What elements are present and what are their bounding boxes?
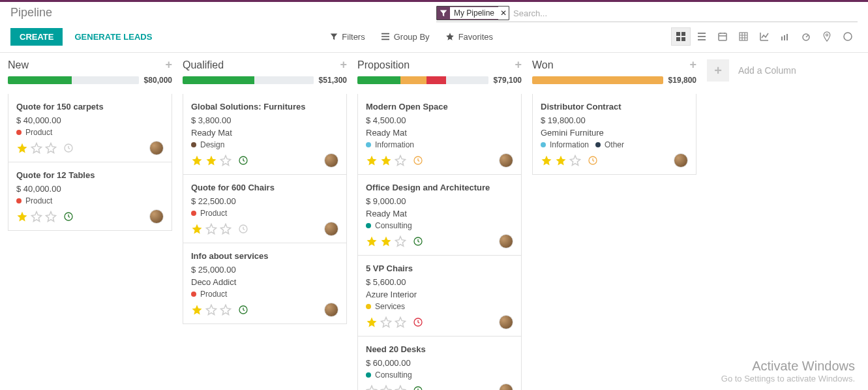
progress-segment[interactable] [254, 76, 313, 84]
view-dashboard[interactable] [796, 27, 816, 46]
search-input[interactable] [513, 8, 858, 18]
priority-star[interactable] [541, 155, 552, 166]
kanban-card[interactable]: Info about services $ 25,000.00 Deco Add… [183, 243, 347, 324]
kanban-card[interactable]: Need 20 Desks $ 60,000.00 Consulting [357, 337, 522, 390]
priority-star[interactable] [395, 235, 406, 247]
kanban-card[interactable]: Global Solutions: Furnitures $ 3,800.00 … [183, 94, 347, 175]
search-bar[interactable]: My Pipeline ✕ [436, 6, 858, 22]
activity-clock-icon[interactable] [238, 224, 248, 234]
activity-clock-icon[interactable] [413, 317, 423, 327]
column-progress[interactable] [183, 76, 314, 84]
generate-leads-button[interactable]: GENERATE LEADS [74, 32, 152, 42]
kanban-card[interactable]: Quote for 600 Chairs $ 22,500.00 Product [183, 175, 347, 243]
column-quick-create[interactable]: + [165, 58, 172, 72]
filters-menu[interactable]: Filters [330, 32, 365, 42]
priority-star[interactable] [16, 142, 28, 154]
search-facet-remove[interactable]: ✕ [498, 7, 509, 20]
column-quick-create[interactable]: + [689, 58, 696, 72]
priority-star[interactable] [45, 142, 57, 154]
priority-star[interactable] [205, 304, 217, 316]
column-title[interactable]: New [8, 59, 29, 71]
kanban-card[interactable]: Distributor Contract $ 19,800.00 Gemini … [532, 94, 696, 175]
salesperson-avatar[interactable] [499, 315, 513, 329]
priority-star[interactable] [205, 155, 217, 166]
progress-segment[interactable] [183, 76, 254, 84]
priority-star[interactable] [380, 316, 392, 328]
activity-clock-icon[interactable] [238, 155, 248, 166]
priority-star[interactable] [16, 211, 28, 222]
priority-star[interactable] [220, 304, 232, 316]
salesperson-avatar[interactable] [324, 222, 338, 236]
priority-star[interactable] [366, 155, 378, 166]
kanban-card[interactable]: Office Design and Architecture $ 9,000.0… [357, 175, 522, 256]
salesperson-avatar[interactable] [674, 153, 688, 168]
view-calendar[interactable] [713, 27, 732, 46]
priority-star[interactable] [380, 385, 392, 390]
priority-star[interactable] [191, 155, 203, 166]
progress-segment[interactable] [8, 76, 72, 84]
priority-star[interactable] [555, 155, 567, 166]
progress-segment[interactable] [532, 76, 663, 84]
activity-clock-icon[interactable] [588, 155, 598, 166]
activity-clock-icon[interactable] [238, 305, 248, 315]
create-button[interactable]: CREATE [10, 28, 63, 46]
column-progress[interactable] [357, 76, 488, 84]
priority-star[interactable] [380, 155, 392, 166]
add-column-button[interactable]: + [707, 59, 729, 82]
priority-star[interactable] [366, 385, 378, 390]
priority-star[interactable] [569, 155, 581, 166]
groupby-menu[interactable]: Group By [381, 32, 430, 42]
progress-segment[interactable] [400, 76, 427, 84]
salesperson-avatar[interactable] [499, 153, 513, 168]
salesperson-avatar[interactable] [324, 153, 338, 168]
priority-star[interactable] [395, 316, 406, 328]
priority-star[interactable] [220, 223, 232, 235]
progress-segment[interactable] [72, 76, 138, 84]
activity-clock-icon[interactable] [413, 385, 423, 390]
progress-segment[interactable] [446, 76, 488, 84]
activity-clock-icon[interactable] [413, 236, 423, 247]
column-quick-create[interactable]: + [340, 58, 347, 72]
view-activity[interactable] [838, 27, 858, 46]
column-title[interactable]: Proposition [357, 59, 410, 71]
column-progress[interactable] [8, 76, 139, 84]
salesperson-avatar[interactable] [499, 383, 513, 390]
kanban-card[interactable]: Modern Open Space $ 4,500.00 Ready Mat I… [357, 94, 522, 175]
activity-clock-icon[interactable] [413, 155, 423, 166]
activity-clock-icon[interactable] [63, 211, 74, 222]
column-title[interactable]: Qualified [183, 59, 224, 71]
priority-star[interactable] [380, 235, 392, 247]
add-column-label[interactable]: Add a Column [738, 65, 796, 76]
view-kanban[interactable] [671, 27, 691, 46]
kanban-card[interactable]: Quote for 12 Tables $ 40,000.00 Product [8, 162, 172, 231]
priority-star[interactable] [31, 142, 42, 154]
column-progress[interactable] [532, 76, 663, 84]
kanban-card[interactable]: Quote for 150 carpets $ 40,000.00 Produc… [8, 94, 172, 162]
priority-star[interactable] [31, 211, 42, 222]
progress-segment[interactable] [427, 76, 446, 84]
kanban-card[interactable]: 5 VP Chairs $ 5,600.00 Azure Interior Se… [357, 256, 522, 337]
view-pivot[interactable] [734, 27, 753, 46]
priority-star[interactable] [220, 155, 232, 166]
view-cohort[interactable] [775, 27, 795, 46]
salesperson-avatar[interactable] [149, 141, 164, 155]
column-title[interactable]: Won [532, 59, 554, 71]
column-quick-create[interactable]: + [515, 58, 522, 72]
priority-star[interactable] [366, 316, 378, 328]
view-list[interactable] [692, 27, 711, 46]
priority-star[interactable] [366, 235, 378, 247]
view-map[interactable] [817, 27, 837, 46]
priority-star[interactable] [395, 385, 406, 390]
progress-segment[interactable] [357, 76, 400, 84]
view-graph[interactable] [755, 27, 774, 46]
activity-clock-icon[interactable] [63, 143, 74, 153]
salesperson-avatar[interactable] [149, 209, 164, 224]
priority-star[interactable] [45, 211, 57, 222]
priority-star[interactable] [191, 223, 203, 235]
priority-star[interactable] [191, 304, 203, 316]
salesperson-avatar[interactable] [499, 234, 513, 248]
salesperson-avatar[interactable] [324, 303, 338, 317]
favorites-menu[interactable]: Favorites [445, 32, 493, 42]
priority-star[interactable] [205, 223, 217, 235]
priority-star[interactable] [395, 155, 406, 166]
